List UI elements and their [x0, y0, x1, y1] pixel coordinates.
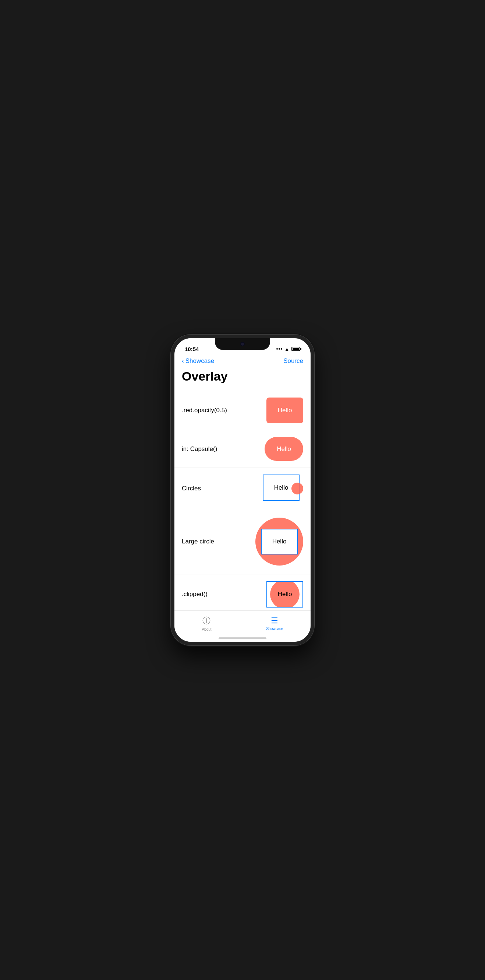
notch — [215, 338, 270, 350]
tab-about-label: About — [202, 627, 211, 632]
row-circles: Circles Hello — [174, 468, 311, 509]
camera — [240, 342, 245, 346]
demo-large-box: Hello — [261, 529, 298, 554]
demo-circles-container: Hello — [263, 474, 303, 502]
source-label: Source — [283, 357, 303, 364]
demo-capsule-text: Hello — [277, 445, 291, 453]
demo-large-container: Hello — [255, 516, 303, 567]
label-red-opacity: .red.opacity(0.5) — [182, 407, 266, 414]
demo-large-circle: Hello — [255, 516, 303, 567]
home-indicator — [174, 635, 311, 642]
label-large-circle: Large circle — [182, 538, 255, 545]
tab-showcase-label: Showcase — [266, 627, 283, 631]
demo-clipped-container: Hello — [266, 581, 303, 608]
demo-red-opacity: Hello — [266, 398, 303, 423]
about-icon: ⓘ — [202, 615, 211, 626]
demo-circles-text: Hello — [274, 484, 288, 492]
row-capsule: in: Capsule() Hello — [174, 430, 311, 468]
back-label: Showcase — [185, 357, 214, 365]
home-bar — [219, 637, 266, 639]
demo-red-opacity-box: Hello — [266, 398, 303, 423]
tab-about[interactable]: ⓘ About — [190, 614, 222, 633]
row-large-circle: Large circle Hello — [174, 509, 311, 574]
showcase-icon: ☰ — [271, 616, 278, 625]
source-button[interactable]: Source — [283, 357, 303, 365]
label-circles: Circles — [182, 485, 263, 492]
row-red-opacity: .red.opacity(0.5) Hello — [174, 391, 311, 430]
demo-large-text: Hello — [272, 538, 287, 545]
status-time: 10:54 — [185, 346, 199, 352]
battery-icon — [292, 347, 300, 351]
chevron-left-icon: ‹ — [182, 357, 184, 365]
phone-frame: 10:54 ▲ ‹ Showcase Source — [171, 334, 314, 646]
demo-capsule-shape: Hello — [265, 437, 303, 461]
label-clipped: .clipped() — [182, 590, 266, 598]
demo-circles-red-circle — [292, 483, 303, 495]
status-icons: ▲ — [276, 346, 300, 352]
label-capsule: in: Capsule() — [182, 445, 265, 453]
content-area: .red.opacity(0.5) Hello in: Capsule() He… — [174, 388, 311, 611]
signal-icon — [276, 348, 282, 350]
demo-clipped-text: Hello — [278, 590, 292, 598]
page-title: Overlay — [174, 368, 311, 388]
back-button[interactable]: ‹ Showcase — [182, 357, 214, 365]
tab-bar: ⓘ About ☰ Showcase — [174, 611, 311, 635]
demo-capsule: Hello — [265, 437, 303, 461]
nav-bar: ‹ Showcase Source — [174, 356, 311, 368]
wifi-icon: ▲ — [284, 346, 289, 352]
demo-red-opacity-text: Hello — [278, 407, 292, 414]
demo-clipped-box: Hello — [266, 581, 303, 608]
demo-clipped: Hello — [266, 581, 303, 608]
row-clipped: .clipped() Hello — [174, 574, 311, 611]
tab-showcase[interactable]: ☰ Showcase — [255, 614, 294, 632]
screen: 10:54 ▲ ‹ Showcase Source — [174, 338, 311, 642]
demo-circles: Hello — [263, 474, 303, 502]
